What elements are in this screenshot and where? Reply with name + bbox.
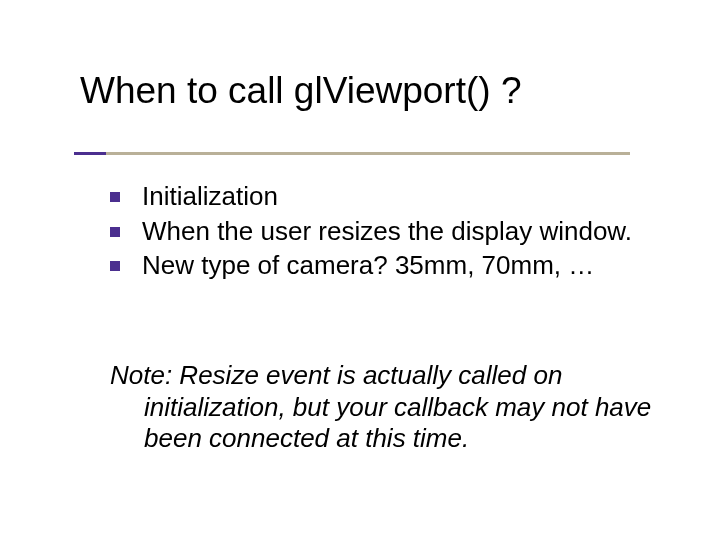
note-text: Note: Resize event is actually called on… xyxy=(110,360,660,455)
list-item: New type of camera? 35mm, 70mm, … xyxy=(110,249,660,282)
title-block: When to call glViewport() ? xyxy=(80,70,680,113)
title-underline-gray xyxy=(100,152,630,155)
slide-title: When to call glViewport() ? xyxy=(80,70,680,113)
note-block: Note: Resize event is actually called on… xyxy=(110,360,660,455)
slide: When to call glViewport() ? Initializati… xyxy=(0,0,720,540)
list-item: When the user resizes the display window… xyxy=(110,215,660,248)
list-item: Initialization xyxy=(110,180,660,213)
bullet-text: New type of camera? 35mm, 70mm, … xyxy=(142,249,594,282)
bullet-text: Initialization xyxy=(142,180,278,213)
bullet-icon xyxy=(110,227,120,237)
note-first-line: Note: Resize event is actually called on xyxy=(110,360,562,390)
bullet-icon xyxy=(110,261,120,271)
bullet-icon xyxy=(110,192,120,202)
bullet-text: When the user resizes the display window… xyxy=(142,215,632,248)
bullet-list: Initialization When the user resizes the… xyxy=(110,180,660,284)
title-underline-accent xyxy=(74,152,106,155)
note-continuation: initialization, but your callback may no… xyxy=(110,392,660,455)
